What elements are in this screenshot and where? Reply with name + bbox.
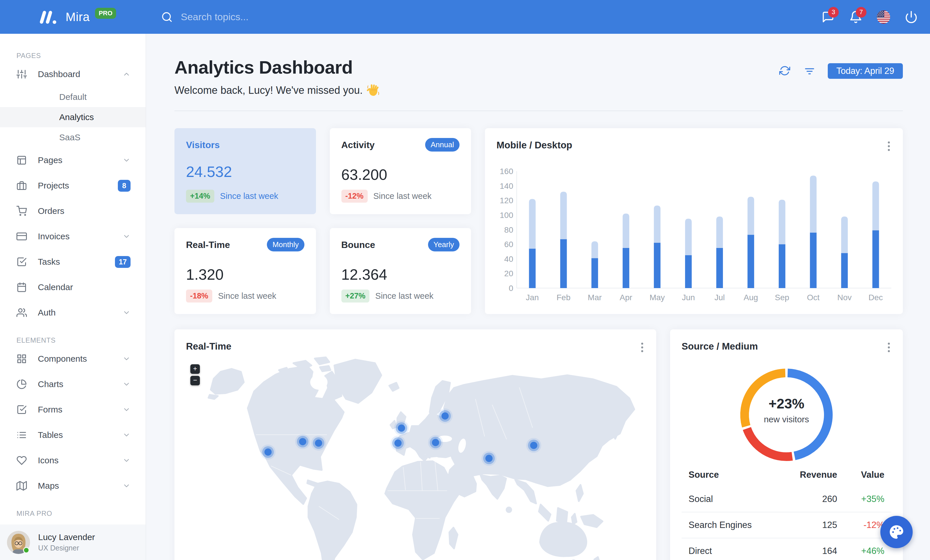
stat-card-bounce: BounceYearly12.364+27%Since last week (330, 228, 471, 314)
sidebar-section-label: MIRA PRO (0, 508, 146, 519)
sidebar-item-tasks[interactable]: Tasks17 (0, 249, 146, 275)
navbar-search (161, 11, 821, 23)
svg-text:Jul: Jul (714, 293, 725, 302)
sidebar-item-components[interactable]: Components (0, 346, 146, 371)
messages-button[interactable]: 3 (821, 11, 835, 24)
check-square-icon (17, 404, 27, 415)
stat-period-tag[interactable]: Monthly (267, 238, 304, 252)
refresh-icon[interactable] (779, 65, 791, 77)
sidebar-subitem-analytics[interactable]: Analytics (0, 107, 146, 127)
sidebar-item-auth[interactable]: Auth (0, 300, 146, 325)
sidebar-item-dashboard[interactable]: Dashboard (0, 61, 146, 87)
map-marker[interactable] (260, 445, 276, 460)
more-vertical-icon[interactable] (887, 141, 890, 153)
stat-card-visitors: Visitors24.532+14%Since last week (174, 128, 316, 214)
notifications-button[interactable]: 7 (849, 11, 862, 24)
mira-logo-icon (38, 10, 58, 24)
sidebar-item-calendar[interactable]: Calendar (0, 275, 146, 300)
sidebar-item-maps[interactable]: Maps (0, 473, 146, 499)
map-marker[interactable] (394, 420, 409, 436)
page-header: Analytics Dashboard Welcome back, Lucy! … (174, 57, 903, 97)
sidebar-item-orders[interactable]: Orders (0, 198, 146, 224)
map-marker[interactable] (311, 436, 326, 451)
map-marker[interactable] (428, 435, 443, 450)
stat-title: Bounce (341, 239, 375, 250)
map-marker[interactable] (526, 438, 541, 453)
table-row[interactable]: Direct164+46% (682, 538, 891, 560)
table-row[interactable]: Social260+35% (682, 486, 891, 512)
sidebar-item-charts[interactable]: Charts (0, 371, 146, 397)
pie-chart-icon (17, 379, 27, 390)
sidebar-item-label: Dashboard (38, 69, 122, 79)
page-titles: Analytics Dashboard Welcome back, Lucy! … (174, 57, 779, 97)
sidebar: PAGESDashboardDefaultAnalyticsSaaSPagesP… (0, 34, 146, 560)
filter-icon[interactable] (804, 65, 815, 77)
stat-note: Since last week (218, 291, 276, 301)
sidebar-item-icons[interactable]: Icons (0, 448, 146, 473)
logout-button[interactable] (905, 11, 918, 24)
brand[interactable]: Mira PRO (0, 10, 146, 24)
svg-text:Apr: Apr (620, 293, 633, 302)
date-button[interactable]: Today: April 29 (828, 63, 903, 79)
stat-note: Since last week (373, 192, 432, 201)
heart-icon (17, 455, 27, 466)
map-marker[interactable] (437, 408, 453, 423)
sidebar-subitem-label: Analytics (59, 112, 94, 122)
svg-text:100: 100 (500, 211, 513, 220)
bottom-row: Real-Time + − (174, 329, 903, 560)
world-map[interactable] (183, 356, 648, 560)
source-medium-card: Source / Medium +23% new visitors Source… (670, 329, 903, 560)
sidebar-item-pages[interactable]: Pages (0, 147, 146, 173)
brand-name: Mira (66, 10, 90, 24)
chevron-down-icon (122, 482, 131, 490)
source-table: SourceRevenueValue Social260+35%Search E… (682, 466, 891, 560)
more-vertical-icon[interactable] (887, 343, 890, 354)
chevron-down-icon (122, 355, 131, 363)
table-cell-revenue: 260 (779, 486, 844, 512)
sidebar-user[interactable]: Lucy Lavender UX Designer (0, 525, 146, 560)
header-divider (174, 110, 903, 111)
sidebar-subitem-saas[interactable]: SaaS (0, 127, 146, 147)
sidebar-item-invoices[interactable]: Invoices (0, 224, 146, 249)
stat-card-real-time: Real-TimeMonthly1.320-18%Since last week (174, 228, 316, 314)
stat-note: Since last week (375, 291, 434, 301)
sidebar-item-label: Invoices (38, 232, 122, 241)
map-marker[interactable] (482, 451, 496, 466)
donut-card-title: Source / Medium (682, 341, 891, 352)
map-marker[interactable] (295, 434, 310, 449)
sidebar-item-label: Calendar (38, 282, 131, 292)
sidebar-item-label: Projects (38, 181, 118, 190)
realtime-map-card: Real-Time + − (174, 329, 656, 560)
table-cell-revenue: 125 (779, 512, 844, 538)
table-row[interactable]: Search Engines125-12% (682, 512, 891, 538)
sidebar-item-projects[interactable]: Projects8 (0, 173, 146, 198)
stat-period-tag[interactable]: Yearly (428, 238, 459, 252)
stat-delta-badge: -18% (186, 290, 212, 302)
sidebar-item-label: Auth (38, 308, 122, 318)
map-zoom-out-button[interactable]: − (190, 376, 200, 385)
top-navbar: Mira PRO 3 7 (0, 0, 930, 34)
sidebar-item-label: Icons (38, 456, 122, 465)
svg-text:140: 140 (500, 181, 513, 190)
search-input[interactable] (181, 11, 354, 23)
stat-value: 63.200 (341, 166, 460, 183)
stat-period-tag[interactable]: Annual (425, 138, 459, 152)
sidebar-item-tables[interactable]: Tables (0, 422, 146, 448)
messages-badge: 3 (828, 7, 839, 18)
donut-wrap: +23% new visitors (682, 354, 891, 466)
language-button[interactable] (877, 11, 890, 24)
sidebar-subitem-default[interactable]: Default (0, 87, 146, 107)
sidebar-item-label: Tables (38, 430, 122, 440)
svg-text:Mar: Mar (588, 293, 602, 302)
grid-icon (17, 354, 27, 364)
map-zoom-in-button[interactable]: + (190, 364, 200, 374)
sidebar-section-label: PAGES (0, 50, 146, 61)
page-title: Analytics Dashboard (174, 57, 779, 78)
main-content: Analytics Dashboard Welcome back, Lucy! … (146, 34, 930, 560)
sidebar-item-forms[interactable]: Forms (0, 397, 146, 422)
map-marker[interactable] (391, 436, 405, 451)
sidebar-subitem-label: SaaS (59, 132, 80, 142)
theme-settings-fab[interactable] (880, 516, 913, 548)
svg-text:80: 80 (504, 226, 513, 235)
more-vertical-icon[interactable] (641, 343, 644, 354)
